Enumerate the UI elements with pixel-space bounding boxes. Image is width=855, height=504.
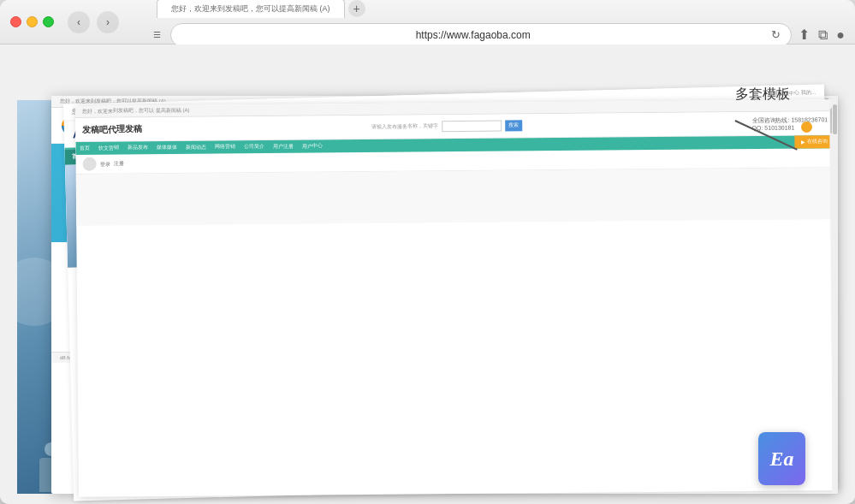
share-icon[interactable]: ⬆ [799,27,810,43]
sidebar-toggle[interactable]: ☰ [150,28,163,42]
callout-text: 多套模板 [735,86,790,104]
t2-search-input[interactable] [442,121,502,133]
traffic-lights [10,16,54,27]
browser-content: 多套模板 您好，欢迎来到发稿吧 ← → 请确认 注册 会员中心 我的... AX… [0,44,855,504]
t2-search-label: 请输入发布服务名称，关键字 [371,122,438,131]
tab-label: 您好，欢迎来到发稿吧，您可以提高新闻稿 (A) [171,3,330,15]
ea-badge: Ea [758,432,805,485]
browser-tab[interactable]: 您好，欢迎来到发稿吧，您可以提高新闻稿 (A) [157,0,345,18]
t2-nav-about[interactable]: 公司简介 [240,140,269,153]
url-bar-row: ☰ https://www.fagaoba.com ↻ ⬆ ⧉ ● [150,23,845,47]
t2-nav-network[interactable]: 网络营销 [211,140,240,153]
url-bar[interactable]: https://www.fagaoba.com ↻ [170,23,792,47]
t2-logo-text: 发稿吧代理发稿 [82,123,142,136]
t2-search-area: 请输入发布服务名称，关键字 搜索 [371,120,522,133]
t2-nav-media[interactable]: 媒体媒体 [152,141,181,154]
browser-window: ‹ › 您好，欢迎来到发稿吧，您可以提高新闻稿 (A) + ☰ https://… [0,0,855,504]
close-button[interactable] [10,16,21,27]
t2-placeholder [76,168,835,226]
extensions-icon[interactable]: ● [836,27,845,43]
template-2: 您好，欢迎来到发稿吧，您可以 提高新闻稿 (A) 发稿吧代理发稿 请输入发布服务… [75,99,838,497]
callout: 多套模板 [735,86,812,133]
t2-login-link[interactable]: 登录 [100,160,110,168]
t2-live-label: 在线咨询 [807,138,828,145]
t2-live-icon: ▶ [801,139,805,145]
t2-nav-register[interactable]: 用户注册 [269,140,298,153]
tab-bar: 您好，欢迎来到发稿吧，您可以提高新闻稿 (A) + [157,0,838,20]
t2-nav-center[interactable]: 用户中心 [298,139,327,152]
t2-nav-soft[interactable]: 软文营销 [94,141,123,154]
toolbar-icons: ⬆ ⧉ ● [799,27,845,43]
t2-avatar [83,157,97,171]
url-text: https://www.fagaoba.com [181,29,764,41]
back-button[interactable]: ‹ [68,11,90,33]
main-scrollbar [832,96,838,494]
new-tab-button[interactable]: + [348,0,365,17]
reload-button[interactable]: ↻ [771,28,781,41]
browser-titlebar: ‹ › 您好，欢迎来到发稿吧，您可以提高新闻稿 (A) + ☰ https://… [0,0,855,44]
t2-nav-home[interactable]: 首页 [75,142,94,155]
ea-badge-text: Ea [769,448,793,471]
t2-nav-products[interactable]: 新品发布 [123,141,152,154]
maximize-button[interactable] [43,16,54,27]
t2-register-link[interactable]: 注册 [114,160,124,168]
forward-button[interactable]: › [97,11,119,33]
t2-search-btn[interactable]: 搜索 [505,120,522,131]
new-window-icon[interactable]: ⧉ [818,27,828,43]
minimize-button[interactable] [27,16,38,27]
t2-nav-news[interactable]: 新闻动态 [181,140,211,153]
main-scrollbar-thumb[interactable] [833,104,837,134]
